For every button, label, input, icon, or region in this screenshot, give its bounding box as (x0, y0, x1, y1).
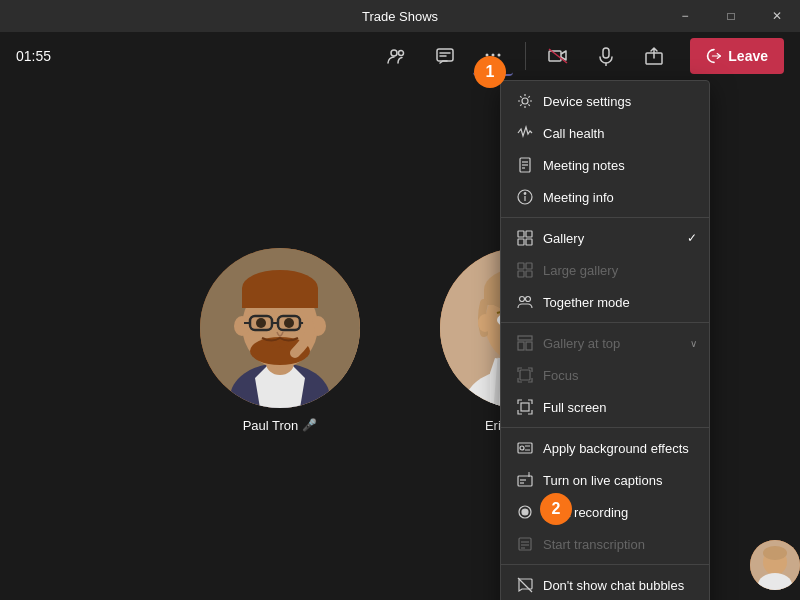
separator-1 (501, 217, 709, 218)
menu-chat-bubbles-label: Don't show chat bubbles (543, 578, 684, 593)
separator-3 (501, 427, 709, 428)
call-timer: 01:55 (16, 48, 51, 64)
svg-rect-57 (518, 263, 524, 269)
svg-point-69 (520, 446, 524, 450)
maximize-button[interactable]: □ (708, 0, 754, 32)
menu-large-gallery[interactable]: Large gallery (501, 254, 709, 286)
svg-rect-64 (518, 342, 524, 350)
small-avatar-bottom (750, 540, 800, 590)
svg-point-27 (256, 318, 266, 328)
menu-call-health-label: Call health (543, 126, 604, 141)
gallery-checkmark: ✓ (687, 231, 697, 245)
menu-gallery-at-top[interactable]: Gallery at top ∨ (501, 327, 709, 359)
menu-gallery[interactable]: Gallery ✓ (501, 222, 709, 254)
menu-gallery-at-top-label: Gallery at top (543, 336, 620, 351)
menu-large-gallery-label: Large gallery (543, 263, 618, 278)
callout-1: 1 (474, 56, 506, 88)
svg-rect-56 (526, 239, 532, 245)
svg-point-20 (234, 316, 250, 336)
svg-point-61 (520, 297, 525, 302)
menu-meeting-notes[interactable]: Meeting notes (501, 149, 709, 181)
menu-start-recording[interactable]: Start recording (501, 496, 709, 528)
menu-together-mode-label: Together mode (543, 295, 630, 310)
svg-rect-18 (242, 288, 318, 308)
menu-device-settings-label: Device settings (543, 94, 631, 109)
svg-rect-58 (526, 263, 532, 269)
svg-point-39 (478, 314, 492, 332)
svg-rect-63 (518, 336, 532, 340)
menu-live-captions[interactable]: Turn on live captions (501, 464, 709, 496)
svg-rect-70 (518, 476, 532, 486)
svg-point-7 (498, 54, 501, 57)
svg-rect-65 (526, 342, 532, 350)
participant-paul: Paul Tron 🎤 (200, 248, 360, 433)
menu-meeting-info-label: Meeting info (543, 190, 614, 205)
participant-paul-name: Paul Tron 🎤 (243, 418, 318, 433)
menu-background-effects[interactable]: Apply background effects (501, 432, 709, 464)
svg-point-28 (284, 318, 294, 328)
menu-gallery-label: Gallery (543, 231, 584, 246)
menu-start-transcription-label: Start transcription (543, 537, 645, 552)
menu-call-health[interactable]: Call health (501, 117, 709, 149)
leave-label: Leave (728, 48, 768, 64)
gallery-top-chevron: ∨ (690, 338, 697, 349)
menu-start-transcription[interactable]: Start transcription (501, 528, 709, 560)
svg-rect-2 (437, 49, 453, 61)
svg-point-45 (522, 98, 528, 104)
menu-full-screen[interactable]: Full screen (501, 391, 709, 423)
avatar-paul (200, 248, 360, 408)
svg-rect-53 (518, 231, 524, 237)
mic-button[interactable] (586, 36, 626, 76)
svg-point-62 (526, 297, 531, 302)
svg-rect-9 (603, 48, 609, 58)
menu-device-settings[interactable]: Device settings (501, 85, 709, 117)
menu-focus[interactable]: Focus (501, 359, 709, 391)
toolbar: 01:55 (0, 32, 800, 80)
menu-together-mode[interactable]: Together mode (501, 286, 709, 318)
title-bar: Trade Shows − □ ✕ (0, 0, 800, 32)
leave-button[interactable]: Leave (690, 38, 784, 74)
close-button[interactable]: ✕ (754, 0, 800, 32)
title-bar-controls: − □ ✕ (662, 0, 800, 32)
menu-full-screen-label: Full screen (543, 400, 607, 415)
window-title: Trade Shows (362, 9, 438, 24)
people-button[interactable] (377, 36, 417, 76)
svg-rect-55 (518, 239, 524, 245)
separator-2 (501, 322, 709, 323)
minimize-button[interactable]: − (662, 0, 708, 32)
menu-meeting-info[interactable]: Meeting info (501, 181, 709, 213)
callout-2: 2 (540, 493, 572, 525)
menu-focus-label: Focus (543, 368, 578, 383)
svg-point-52 (524, 193, 526, 195)
svg-point-86 (763, 546, 787, 560)
camera-button[interactable] (538, 36, 578, 76)
svg-rect-60 (526, 271, 532, 277)
context-menu: Device settings Call health Meeting note… (500, 80, 710, 600)
svg-rect-66 (520, 370, 530, 380)
svg-rect-67 (521, 403, 529, 411)
svg-point-0 (391, 50, 397, 56)
svg-rect-54 (526, 231, 532, 237)
svg-rect-59 (518, 271, 524, 277)
menu-live-captions-label: Turn on live captions (543, 473, 662, 488)
chat-button[interactable] (425, 36, 465, 76)
svg-point-74 (522, 509, 528, 515)
separator-4 (501, 564, 709, 565)
mic-off-icon: 🎤 (302, 418, 317, 432)
share-button[interactable] (634, 36, 674, 76)
menu-chat-bubbles[interactable]: Don't show chat bubbles (501, 569, 709, 600)
svg-point-1 (399, 51, 404, 56)
menu-background-effects-label: Apply background effects (543, 441, 689, 456)
menu-meeting-notes-label: Meeting notes (543, 158, 625, 173)
